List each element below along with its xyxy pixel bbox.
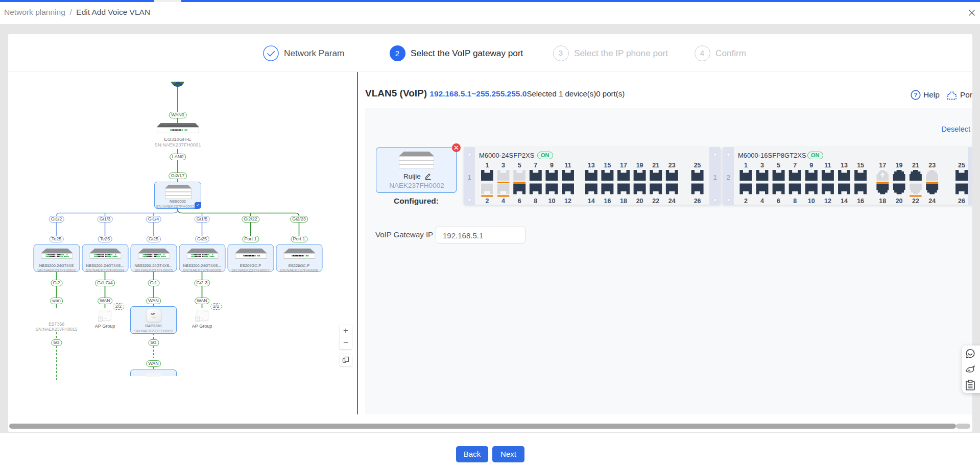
- svg-text:25: 25: [694, 162, 701, 169]
- svg-text:15: 15: [857, 162, 864, 169]
- svg-text:14: 14: [841, 198, 848, 205]
- svg-text:5: 5: [777, 162, 780, 169]
- svg-text:1: 1: [744, 162, 748, 169]
- svg-text:4: 4: [760, 198, 764, 205]
- svg-text:8: 8: [793, 198, 797, 205]
- svg-text:26: 26: [958, 198, 965, 205]
- svg-text:13: 13: [588, 162, 595, 169]
- svg-text:24: 24: [668, 198, 676, 205]
- svg-text:22: 22: [652, 198, 659, 205]
- svg-text:11: 11: [564, 162, 571, 169]
- svg-text:16: 16: [857, 198, 864, 205]
- svg-text:10: 10: [808, 198, 815, 205]
- svg-text:3: 3: [760, 162, 764, 169]
- svg-text:24: 24: [928, 198, 936, 205]
- svg-text:2: 2: [744, 198, 748, 205]
- svg-text:12: 12: [564, 198, 571, 205]
- svg-text:20: 20: [636, 198, 643, 205]
- svg-text:16: 16: [604, 198, 611, 205]
- svg-text:19: 19: [636, 162, 643, 169]
- svg-text:18: 18: [879, 198, 886, 205]
- svg-text:5: 5: [518, 162, 521, 169]
- svg-text:12: 12: [824, 198, 831, 205]
- svg-text:22: 22: [912, 198, 919, 205]
- svg-text:25: 25: [958, 162, 965, 169]
- svg-text:23: 23: [928, 162, 936, 169]
- svg-text:7: 7: [793, 162, 797, 169]
- svg-text:14: 14: [588, 198, 595, 205]
- svg-text:11: 11: [824, 162, 831, 169]
- svg-text:3: 3: [501, 162, 505, 169]
- svg-text:19: 19: [896, 162, 903, 169]
- svg-text:20: 20: [896, 198, 903, 205]
- svg-text:9: 9: [809, 162, 813, 169]
- svg-text:2: 2: [486, 198, 489, 205]
- svg-text:21: 21: [652, 162, 659, 169]
- svg-text:23: 23: [668, 162, 676, 169]
- svg-text:13: 13: [841, 162, 848, 169]
- svg-text:15: 15: [604, 162, 611, 169]
- svg-text:17: 17: [620, 162, 627, 169]
- svg-text:6: 6: [518, 198, 521, 205]
- svg-text:17: 17: [879, 162, 886, 169]
- svg-text:10: 10: [548, 198, 555, 205]
- svg-text:18: 18: [620, 198, 627, 205]
- svg-text:26: 26: [694, 198, 701, 205]
- svg-text:4: 4: [501, 198, 505, 205]
- svg-text:9: 9: [550, 162, 554, 169]
- svg-text:?: ?: [914, 92, 917, 98]
- svg-text:1: 1: [486, 162, 489, 169]
- svg-text:6: 6: [777, 198, 780, 205]
- svg-text:8: 8: [534, 198, 537, 205]
- svg-text:7: 7: [534, 162, 537, 169]
- svg-text:21: 21: [912, 162, 919, 169]
